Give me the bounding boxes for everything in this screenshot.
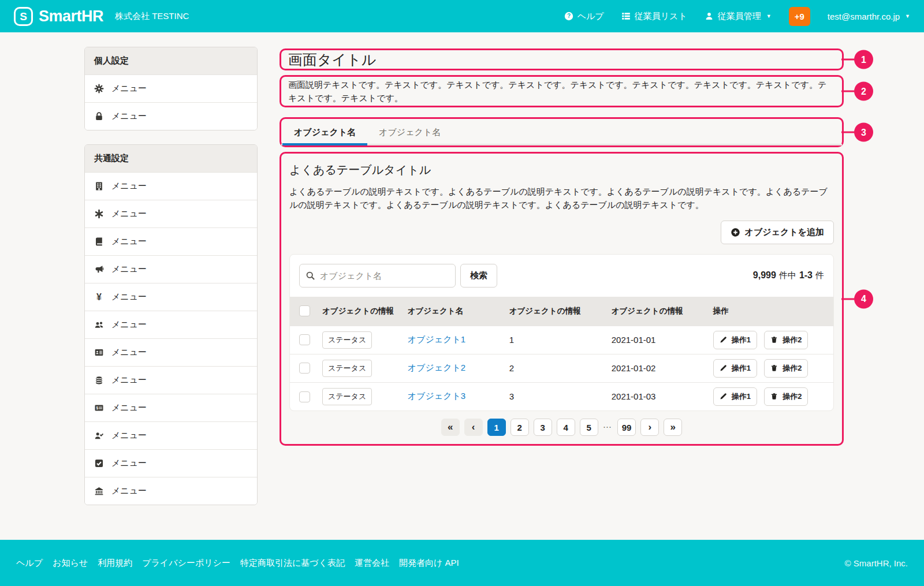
table-header-row: オブジェクトの情報 オブジェクト名 オブジェクトの情報 オブジェクトの情報 操作 (290, 297, 833, 326)
sidebar-item-menu[interactable]: ¥ メニュー (85, 283, 257, 311)
pagination-last-button[interactable]: » (664, 419, 682, 436)
pagination-next-button[interactable]: › (640, 419, 659, 436)
sidebar-item-label: メニュー (111, 375, 147, 386)
smarthr-logo-icon: S (14, 7, 33, 26)
delete-action-button[interactable]: 操作2 (764, 359, 808, 378)
megaphone-icon (94, 264, 104, 274)
sidebar-item-menu[interactable]: メニュー (85, 227, 257, 255)
sidebar-item-menu[interactable]: メニュー (85, 421, 257, 449)
edit-action-button[interactable]: 操作1 (713, 387, 757, 406)
footer-link-commerce-law[interactable]: 特定商取引法に基づく表記 (240, 558, 345, 569)
object-link[interactable]: オブジェクト1 (408, 334, 465, 344)
add-object-button[interactable]: オブジェクトを追加 (721, 221, 834, 244)
annotation-marker-2: 2 (854, 82, 873, 101)
help-label: ヘルプ (578, 11, 604, 22)
id-card-icon (94, 348, 104, 357)
status-badge: ステータス (322, 388, 372, 405)
company-name: 株式会社 TESTINC (115, 11, 189, 22)
sidebar-item-label: メニュー (111, 347, 147, 358)
sidebar-item-label: メニュー (111, 208, 147, 219)
status-badge: ステータス (322, 360, 372, 377)
pagination-page-1[interactable]: 1 (487, 419, 506, 436)
building-icon (94, 181, 104, 191)
column-header[interactable]: オブジェクト名 (401, 297, 502, 326)
notification-badge[interactable]: +9 (789, 7, 810, 26)
annotation-marker-3: 3 (854, 123, 873, 142)
sidebar-item-menu[interactable]: $ メニュー (85, 394, 257, 421)
sidebar-item-label: メニュー (111, 319, 147, 330)
trash-icon (770, 364, 778, 372)
column-header[interactable]: オブジェクトの情報 (315, 297, 401, 326)
pagination-page-2[interactable]: 2 (511, 419, 529, 436)
gear-icon (94, 84, 104, 94)
tab-object-1[interactable]: オブジェクト名 (282, 119, 367, 145)
employee-admin-label: 従業員管理 (718, 11, 761, 22)
sidebar-item-menu[interactable]: メニュー (85, 102, 257, 130)
help-link[interactable]: ? ヘルプ (564, 11, 604, 22)
sidebar-item-menu[interactable]: メニュー (85, 74, 257, 102)
search-button[interactable]: 検索 (460, 264, 497, 288)
row-checkbox[interactable] (299, 363, 310, 374)
footer-link-help[interactable]: ヘルプ (16, 558, 43, 569)
svg-text:$: $ (96, 406, 98, 410)
row-checkbox[interactable] (299, 391, 310, 402)
pagination: « ‹ 1 2 3 4 5 ⋯ 99 › » (289, 419, 834, 436)
object-info: 3 (502, 382, 605, 410)
add-button-row: オブジェクトを追加 (289, 221, 834, 244)
sidebar-item-menu[interactable]: メニュー (85, 255, 257, 283)
pagination-page-4[interactable]: 4 (557, 419, 575, 436)
sidebar-item-menu[interactable]: メニュー (85, 311, 257, 338)
money-check-icon: $ (94, 403, 104, 413)
pagination-page-99[interactable]: 99 (617, 419, 636, 436)
sidebar-item-menu[interactable]: メニュー (85, 366, 257, 394)
app-header: S SmartHR 株式会社 TESTINC ? ヘルプ 従業員リスト 従業員管… (0, 0, 924, 32)
account-menu[interactable]: test@smarthr.co.jp ▼ (828, 12, 910, 21)
object-link[interactable]: オブジェクト2 (408, 363, 465, 372)
edit-action-button[interactable]: 操作1 (713, 359, 757, 378)
delete-action-button[interactable]: 操作2 (764, 387, 808, 406)
table-section-description: よくあるテーブルの説明テキストです。よくあるテーブルの説明テキストです。よくある… (289, 185, 834, 211)
employee-admin-menu[interactable]: 従業員管理 ▼ (705, 11, 772, 22)
sidebar: 個人設定 メニュー メニュー 共通設定 メニュー (84, 47, 258, 519)
main-content: 画面タイトル 1 画面説明テキストです。テキストです。テキストです。テキストです… (280, 47, 844, 519)
sidebar-item-menu[interactable]: メニュー (85, 449, 257, 477)
edit-action-button[interactable]: 操作1 (713, 331, 757, 349)
edit-action-label: 操作1 (732, 391, 751, 402)
sidebar-section-title: 個人設定 (85, 47, 257, 74)
employee-list-link[interactable]: 従業員リスト (621, 11, 687, 22)
footer-link-privacy[interactable]: プライバシーポリシー (142, 558, 230, 569)
pagination-prev-button[interactable]: ‹ (464, 419, 483, 436)
object-link[interactable]: オブジェクト3 (408, 391, 465, 401)
sidebar-item-menu[interactable]: メニュー (85, 477, 257, 505)
search-input[interactable] (299, 264, 456, 288)
smarthr-logo[interactable]: S SmartHR (14, 7, 103, 26)
pagination-page-3[interactable]: 3 (534, 419, 552, 436)
pagination-first-button[interactable]: « (441, 419, 460, 436)
header-nav: ? ヘルプ 従業員リスト 従業員管理 ▼ +9 test@smarthr.co.… (564, 7, 910, 26)
search-row: 検索 9,999 件中 1-3 件 (290, 255, 833, 297)
delete-action-label: 操作2 (783, 363, 802, 374)
annotation-marker-1: 1 (854, 50, 873, 69)
count-unit-middle: 件中 (779, 270, 796, 281)
footer-link-terms[interactable]: 利用規約 (98, 558, 132, 569)
sidebar-item-menu[interactable]: メニュー (85, 172, 257, 200)
footer-links: ヘルプ お知らせ 利用規約 プライバシーポリシー 特定商取引法に基づく表記 運営… (16, 558, 459, 569)
pencil-icon (720, 393, 727, 400)
column-header[interactable]: オブジェクトの情報 (605, 297, 706, 326)
column-header[interactable]: オブジェクトの情報 (502, 297, 605, 326)
yen-icon: ¥ (94, 292, 104, 302)
sidebar-item-menu[interactable]: メニュー (85, 338, 257, 366)
delete-action-button[interactable]: 操作2 (764, 331, 808, 349)
footer-link-developer-api[interactable]: 開発者向け API (399, 558, 459, 569)
row-checkbox[interactable] (299, 334, 310, 345)
select-all-checkbox[interactable] (299, 305, 310, 316)
footer-link-company[interactable]: 運営会社 (355, 558, 389, 569)
tab-bar: オブジェクト名 オブジェクト名 (281, 119, 842, 145)
tab-object-2[interactable]: オブジェクト名 (367, 119, 452, 145)
pagination-page-5[interactable]: 5 (580, 419, 598, 436)
sidebar-item-label: メニュー (111, 83, 147, 94)
footer-link-news[interactable]: お知らせ (53, 558, 88, 569)
asterisk-icon (94, 209, 104, 219)
sidebar-item-menu[interactable]: メニュー (85, 200, 257, 227)
pagination-ellipsis: ⋯ (603, 422, 613, 432)
